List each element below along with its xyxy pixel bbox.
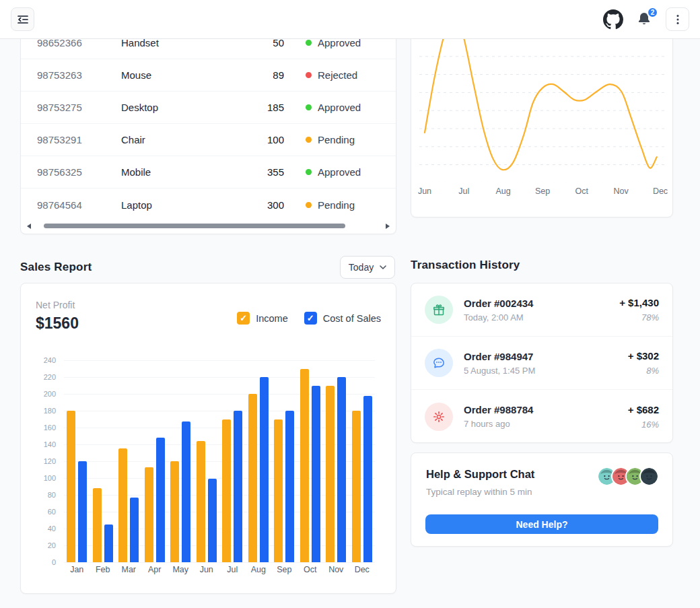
y-axis-label: 80 [33,491,56,499]
table-row: 98753291Chair100Pending [21,124,396,156]
x-axis-label: Jul [219,565,246,574]
y-axis-label: 240 [33,356,56,364]
x-axis-label: Apr [142,565,168,574]
transaction-amount: + $1,430 [619,297,659,308]
transaction-icon-circle [425,349,453,377]
chat-icon [432,356,446,370]
status-dot-icon [306,40,312,46]
transaction-subtitle: 7 hours ago [464,419,628,429]
bar-cost-of-sales [285,411,294,562]
status-dot-icon [306,72,312,78]
bar-cost-of-sales [130,498,139,562]
bar-income [222,419,231,563]
scrollbar-thumb[interactable] [44,224,345,228]
bar-cost-of-sales [337,377,346,562]
x-axis-label: Nov [323,565,349,574]
y-axis-label: 200 [33,390,56,398]
scroll-right-arrow-icon[interactable] [386,224,390,229]
github-button[interactable] [602,9,624,30]
bar-cost-of-sales [260,377,269,562]
status-label: Pending [318,199,355,211]
navbar-actions: 2 [602,7,689,31]
transaction-amount: + $302 [628,350,659,362]
sales-report-card: Net Profit $1560 ✓Income✓Cost of Sales 2… [20,283,396,594]
product-cell: Mobile [121,166,247,178]
y-axis-label: 20 [33,541,56,549]
table-row: 98753263Mouse89Rejected [21,59,396,92]
sidebar-toggle-button[interactable] [11,7,34,31]
product-cell: Desktop [121,102,247,113]
product-cell: Laptop [121,199,247,211]
y-axis-label: 140 [33,440,56,448]
bar-income [300,369,309,563]
status-badge: Rejected [284,69,380,81]
support-avatars [597,467,659,486]
y-axis-label: 120 [33,457,56,465]
y-axis-label: 100 [33,474,56,482]
status-label: Approved [318,102,361,113]
avatar [639,467,659,486]
bar-cost-of-sales [182,421,190,562]
transaction-values: + $3028% [628,350,659,376]
bar-income [145,467,153,562]
sidebar-toggle-icon [16,13,30,26]
bar-income [274,419,283,563]
avatar-face [641,468,658,485]
kebab-menu-icon [672,13,684,26]
chevron-down-icon [380,265,386,269]
transaction-history-card: Order #002434Today, 2:00 AM+ $1,43078%Or… [411,283,673,443]
bar-income [326,386,335,563]
transaction-info: Order #9887847 hours ago [464,404,628,429]
status-badge: Approved [284,166,380,178]
transaction-row: Order #9849475 August, 1:45 PM+ $3028% [411,337,672,390]
status-badge: Pending [284,199,380,211]
status-label: Pending [318,134,355,145]
status-dot-icon [306,202,312,208]
transaction-percent: 16% [628,419,659,430]
help-card-title: Help & Support Chat [426,468,534,481]
need-help-button[interactable]: Need Help? [425,514,658,534]
y-axis-label: 160 [33,424,56,432]
quantity-cell: 100 [247,134,284,145]
x-axis-label: Dec [349,565,376,574]
x-tick-label: Sep [529,187,556,196]
table-row: 98753275Desktop185Approved [21,92,396,124]
notifications-button[interactable]: 2 [636,11,654,28]
product-cell: Chair [121,134,247,145]
gift-icon [432,303,446,316]
x-tick-label: Oct [568,187,595,196]
bar-cost-of-sales [363,396,372,563]
overflow-menu-button[interactable] [666,7,689,31]
transaction-percent: 78% [619,312,659,323]
status-badge: Pending [284,134,380,145]
quantity-cell: 89 [247,69,284,81]
transaction-subtitle: 5 August, 1:45 PM [464,366,628,376]
x-tick-label: Jul [450,187,477,196]
bar-income [93,488,102,562]
y-axis-label: 60 [33,508,56,516]
bar-cost-of-sales [208,479,217,562]
x-axis-label: Jun [194,565,220,574]
status-label: Approved [318,166,361,178]
bar-income [352,411,361,562]
x-axis-label: Feb [90,565,116,574]
status-dot-icon [306,104,312,110]
y-axis-label: 220 [33,373,56,381]
bar-cost-of-sales [104,525,113,562]
x-axis-label: Sep [271,565,298,574]
date-filter-dropdown[interactable]: Today [340,256,395,279]
y-axis-label: 40 [33,525,56,533]
scroll-left-arrow-icon[interactable] [27,224,31,229]
transaction-info: Order #002434Today, 2:00 AM [464,298,619,323]
horizontal-scrollbar [41,222,376,230]
transaction-info: Order #9849475 August, 1:45 PM [464,351,628,376]
help-support-card: Help & Support Chat Typical replay withi… [411,452,673,547]
bar-income [67,411,75,562]
transaction-subtitle: Today, 2:00 AM [464,312,619,323]
quantity-cell: 300 [247,199,284,211]
status-dot-icon [306,169,312,175]
grid-line [64,377,375,378]
order-id-cell: 98756325 [37,166,121,178]
x-axis-label: May [168,565,194,574]
grid-line [64,562,375,563]
